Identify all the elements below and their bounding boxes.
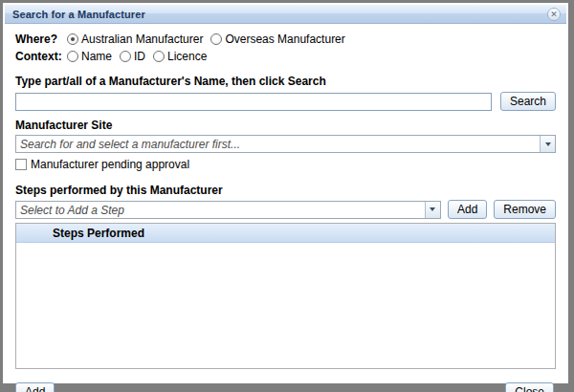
steps-performed-label: Steps performed by this Manufacturer: [15, 184, 556, 197]
radio-label: ID: [134, 50, 145, 63]
radio-id[interactable]: ID: [120, 50, 145, 63]
where-radio-group: Australian Manufacturer Overseas Manufac…: [67, 33, 353, 46]
search-row: Search: [15, 92, 556, 111]
radio-label: Overseas Manufacturer: [225, 33, 344, 46]
where-label: Where?: [15, 33, 67, 46]
radio-overseas-manufacturer[interactable]: Overseas Manufacturer: [210, 33, 344, 46]
chevron-down-icon[interactable]: [425, 202, 440, 218]
remove-step-button[interactable]: Remove: [494, 200, 556, 219]
pending-approval-checkbox[interactable]: [15, 159, 27, 170]
radio-icon[interactable]: [153, 51, 165, 62]
close-button[interactable]: Close: [505, 382, 554, 392]
dialog-titlebar: Search for a Manufacturer ✕: [5, 5, 566, 24]
radio-icon[interactable]: [67, 33, 78, 45]
radio-label: Licence: [167, 50, 207, 63]
dialog-title: Search for a Manufacturer: [12, 9, 547, 20]
add-button[interactable]: Add: [15, 382, 55, 392]
radio-label: Name: [81, 50, 112, 63]
manufacturer-name-input[interactable]: [15, 93, 492, 111]
grid-body[interactable]: [16, 243, 555, 368]
context-row: Context: Name ID Licence: [15, 50, 556, 63]
dialog-footer: Add Close: [15, 382, 556, 392]
search-button[interactable]: Search: [500, 92, 556, 111]
dialog-body: Where? Australian Manufacturer Overseas …: [5, 24, 566, 392]
manufacturer-site-label: Manufacturer Site: [15, 119, 556, 132]
step-select-dropdown-text: Select to Add a Step: [16, 202, 425, 218]
radio-name[interactable]: Name: [67, 50, 112, 63]
search-instruction-label: Type part/all of a Manufacturer's Name, …: [15, 75, 556, 88]
grid-selector-column: [16, 224, 53, 242]
step-select-dropdown[interactable]: Select to Add a Step: [15, 201, 441, 219]
context-label: Context:: [15, 50, 67, 63]
grid-header-row: Steps Performed: [16, 224, 555, 243]
radio-icon[interactable]: [67, 51, 78, 62]
pending-approval-row: Manufacturer pending approval: [15, 158, 556, 171]
radio-icon[interactable]: [210, 33, 222, 45]
where-row: Where? Australian Manufacturer Overseas …: [15, 33, 556, 46]
context-radio-group: Name ID Licence: [67, 50, 214, 63]
search-manufacturer-dialog: Search for a Manufacturer ✕ Where? Austr…: [5, 5, 566, 381]
radio-label: Australian Manufacturer: [81, 33, 203, 46]
radio-australian-manufacturer[interactable]: Australian Manufacturer: [67, 33, 203, 46]
manufacturer-site-dropdown[interactable]: Search for and select a manufacturer fir…: [15, 135, 556, 153]
radio-licence[interactable]: Licence: [153, 50, 207, 63]
radio-icon[interactable]: [120, 51, 131, 62]
grid-column-header[interactable]: Steps Performed: [53, 227, 144, 240]
close-icon[interactable]: ✕: [547, 8, 561, 21]
manufacturer-site-dropdown-text: Search for and select a manufacturer fir…: [16, 136, 540, 152]
chevron-down-icon[interactable]: [540, 136, 555, 152]
add-step-button[interactable]: Add: [448, 200, 487, 219]
steps-performed-grid: Steps Performed: [15, 223, 556, 369]
manufacturer-site-row: Search for and select a manufacturer fir…: [15, 135, 556, 153]
steps-combo-row: Select to Add a Step Add Remove: [15, 200, 556, 219]
dialog-window: Search for a Manufacturer ✕ Where? Austr…: [0, 0, 574, 392]
pending-approval-label: Manufacturer pending approval: [31, 158, 189, 171]
